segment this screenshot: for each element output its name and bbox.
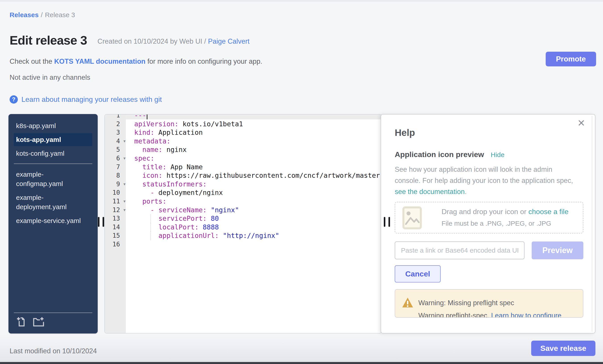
image-placeholder-icon (402, 206, 422, 230)
fold-arrow-icon[interactable]: ▾ (123, 197, 126, 206)
promote-button[interactable]: Promote (546, 52, 596, 66)
code-line-16 (134, 240, 381, 249)
sidebar-splitter-handle[interactable] (103, 217, 104, 227)
gutter-line-8: 8 (105, 171, 126, 180)
gutter-line-10: 10 (105, 188, 126, 197)
fold-arrow-icon[interactable]: ▾ (123, 137, 126, 146)
choose-file-link[interactable]: choose a file (529, 208, 569, 216)
file-item-example-deployment-yaml[interactable]: example- deployment.yaml (14, 191, 92, 213)
help-panel: ✕ Help Application icon previewHide See … (381, 114, 595, 333)
gutter-lines: 1234▾56▾789▾1011▾12▾13141516 (105, 114, 126, 249)
warning-title: Warning: Missing preflight spec (418, 299, 514, 307)
code-line-12: - serviceName: "nginx" (134, 206, 381, 215)
gutter-line-2: 2 (105, 120, 126, 129)
page: Releases/Release 3 Edit release 3 Create… (0, 0, 603, 364)
close-icon[interactable]: ✕ (577, 119, 585, 128)
doc-line-prefix: Check out the (10, 57, 54, 65)
gutter-line-11: 11▾ (105, 197, 126, 206)
breadcrumb: Releases/Release 3 (10, 11, 75, 19)
yaml-editor[interactable]: 1234▾56▾789▾1011▾12▾13141516 ---apiVersi… (104, 114, 382, 333)
channel-status: Not active in any channels (10, 74, 90, 82)
icon-preview-section-header: Application icon previewHide (395, 150, 504, 159)
code-line-3: kind: Application (134, 128, 381, 137)
dropzone-main-text: Drag and drop your icon or choose a file (441, 208, 568, 216)
code-line-2: apiVersion: kots.io/v1beta1 (134, 120, 381, 129)
sidebar-splitter-handle[interactable] (98, 217, 99, 227)
help-panel-scrollbar[interactable] (592, 116, 592, 332)
icon-preview-description: See how your application icon will look … (395, 164, 573, 197)
breadcrumb-separator: / (39, 11, 45, 19)
preview-button[interactable]: Preview (532, 242, 583, 259)
editor-gutter: 1234▾56▾789▾1011▾12▾13141516 (105, 114, 126, 333)
gutter-line-13: 13 (105, 214, 126, 223)
sidebar-bottom (14, 312, 92, 329)
created-text: Created on 10/10/2024 by Web UI / (97, 37, 208, 45)
window-bottom-edge (0, 362, 603, 364)
author-link[interactable]: Paige Calvert (208, 37, 250, 45)
fold-arrow-icon[interactable]: ▾ (123, 206, 126, 215)
desc-line-3: see the documentation. (395, 186, 573, 197)
file-item-kots-config-yaml[interactable]: kots-config.yaml (14, 147, 92, 160)
code-line-8: icon: https://raw.githubusercontent.com/… (134, 171, 381, 180)
breadcrumb-releases-link[interactable]: Releases (10, 11, 39, 19)
add-file-icon[interactable] (16, 317, 27, 328)
git-releases-link[interactable]: Learn about managing your releases with … (21, 95, 162, 104)
icon-preview-title: Application icon preview (395, 150, 484, 159)
editor-code-area[interactable]: ---apiVersion: kots.io/v1beta1kind: Appl… (126, 114, 381, 333)
breadcrumb-current: Release 3 (45, 11, 75, 19)
gutter-line-15: 15 (105, 232, 126, 240)
page-title: Edit release 3 (10, 33, 87, 47)
warning-triangle-icon (402, 297, 413, 309)
dropzone-sub-text: File must be a .PNG, .JPEG, or .JPG (441, 220, 551, 227)
icon-dropzone[interactable]: Drag and drop your icon or choose a file… (395, 202, 583, 233)
desc-line-1: See how your application icon will look … (395, 164, 573, 175)
gutter-line-5: 5 (105, 145, 126, 154)
code-line-10: - deployment/nginx (134, 188, 381, 197)
created-line: Created on 10/10/2024 by Web UI / Paige … (97, 37, 250, 45)
file-item-k8s-app-yaml[interactable]: k8s-app.yaml (14, 119, 92, 132)
code-line-6: spec: (134, 154, 381, 163)
file-list: k8s-app.yamlkots-app.yamlkots-config.yam… (9, 119, 98, 227)
file-list-divider (14, 164, 92, 164)
kots-yaml-doc-link[interactable]: KOTS YAML documentation (54, 57, 145, 65)
gutter-line-14: 14 (105, 223, 126, 232)
icon-url-input[interactable] (395, 242, 524, 259)
gutter-line-6: 6▾ (105, 154, 126, 163)
hide-link[interactable]: Hide (491, 151, 505, 158)
gutter-line-1: 1 (105, 114, 126, 120)
code-line-11: ports: (134, 197, 381, 206)
code-line-13: servicePort: 80 (134, 214, 381, 223)
learn-configure-link[interactable]: Learn how to configure (491, 312, 561, 318)
fold-arrow-icon[interactable]: ▾ (123, 154, 126, 163)
help-splitter-handle[interactable] (388, 217, 390, 227)
file-item-kots-app-yaml[interactable]: kots-app.yaml (14, 133, 92, 146)
doc-line: Check out the KOTS YAML documentation fo… (10, 57, 262, 66)
file-tree-sidebar: k8s-app.yamlkots-app.yamlkots-config.yam… (9, 114, 98, 333)
gutter-line-12: 12▾ (105, 206, 126, 215)
doc-line-suffix: for more info on configuring your app. (145, 57, 262, 65)
code-line-9: statusInformers: (134, 180, 381, 189)
gutter-line-4: 4▾ (105, 137, 126, 146)
cancel-button[interactable]: Cancel (395, 265, 441, 282)
code-line-15: applicationUrl: "http://nginx" (134, 232, 381, 240)
window-top-edge (0, 0, 603, 2)
see-documentation-link[interactable]: see the documentation (395, 188, 465, 196)
warning-detail: Warning preflight-spec. Learn how to con… (418, 312, 562, 318)
fold-arrow-icon[interactable]: ▾ (123, 180, 126, 189)
code-line-7: title: App Name (134, 163, 381, 172)
text-cursor (147, 114, 147, 119)
file-item-example-configmap-yaml[interactable]: example- configmap.yaml (14, 168, 92, 190)
last-modified-text: Last modified on 10/10/2024 (10, 347, 97, 355)
gutter-line-16: 16 (105, 240, 126, 249)
question-icon: ? (10, 95, 18, 104)
help-title: Help (395, 127, 415, 138)
code-line-5: name: nginx (134, 145, 381, 154)
help-splitter-handle[interactable] (384, 217, 385, 227)
add-folder-icon[interactable] (33, 317, 45, 328)
desc-line-2: console. For help adding your icon to th… (395, 175, 573, 186)
git-help-row: ? Learn about managing your releases wit… (10, 95, 162, 104)
file-item-example-service-yaml[interactable]: example-service.yaml (14, 214, 92, 227)
save-release-button[interactable]: Save release (531, 341, 595, 356)
code-line-1: --- (134, 114, 381, 120)
gutter-line-9: 9▾ (105, 180, 126, 189)
